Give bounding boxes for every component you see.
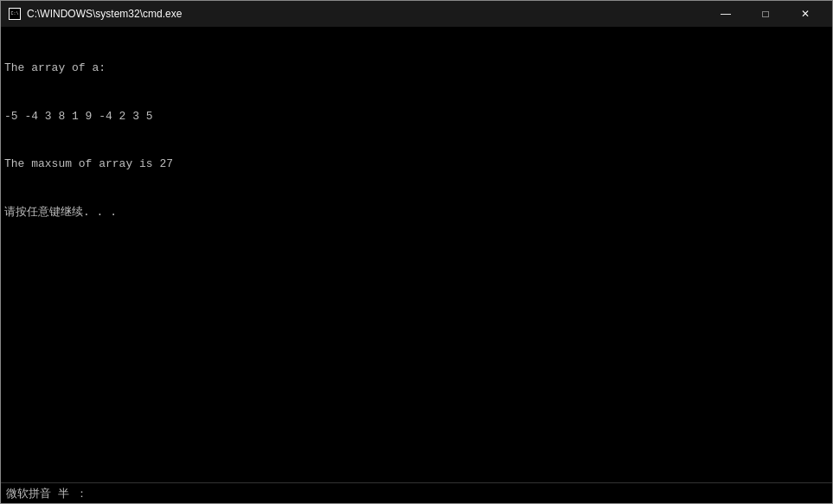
ime-status: 微软拼音 半 ： bbox=[6, 486, 87, 501]
title-bar-left: C:\WINDOWS\system32\cmd.exe bbox=[8, 7, 182, 21]
maximize-button[interactable]: □ bbox=[746, 1, 785, 27]
close-button[interactable]: ✕ bbox=[785, 1, 825, 27]
status-bar: 微软拼音 半 ： bbox=[1, 482, 832, 503]
cmd-window: C:\WINDOWS\system32\cmd.exe — □ ✕ The ar… bbox=[0, 0, 833, 504]
console-output: The array of a: -5 -4 3 8 1 9 -4 2 3 5 T… bbox=[4, 29, 829, 481]
window-title: C:\WINDOWS\system32\cmd.exe bbox=[27, 8, 182, 20]
cmd-icon bbox=[8, 7, 22, 21]
minimize-button[interactable]: — bbox=[706, 1, 746, 27]
title-bar-controls: — □ ✕ bbox=[706, 1, 825, 27]
title-bar: C:\WINDOWS\system32\cmd.exe — □ ✕ bbox=[1, 1, 832, 27]
console-line-3: 请按任意键继续. . . bbox=[4, 204, 829, 220]
console-line-2: The maxsum of array is 27 bbox=[4, 156, 829, 172]
console-line-0: The array of a: bbox=[4, 60, 829, 76]
console-line-1: -5 -4 3 8 1 9 -4 2 3 5 bbox=[4, 108, 829, 124]
console-body[interactable]: The array of a: -5 -4 3 8 1 9 -4 2 3 5 T… bbox=[1, 27, 832, 482]
